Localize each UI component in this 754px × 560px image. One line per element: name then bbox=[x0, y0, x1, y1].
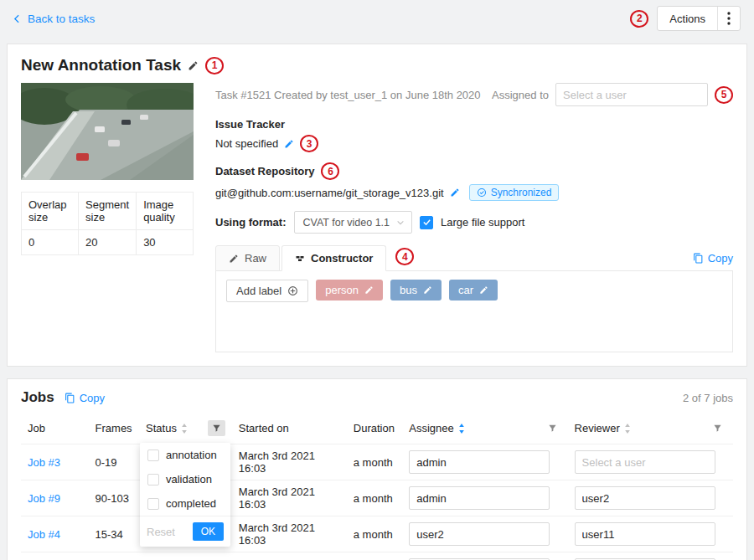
task-preview-image bbox=[21, 83, 194, 180]
tab-constructor-label: Constructor bbox=[311, 252, 373, 265]
issue-tracker-block: Issue Tracker Not specified 3 bbox=[215, 118, 733, 152]
assigned-to-group: Assigned to 5 bbox=[492, 83, 733, 106]
assignee-filter-icon[interactable] bbox=[544, 420, 561, 436]
task-assignee-input[interactable] bbox=[555, 83, 708, 106]
edit-repository-icon[interactable] bbox=[450, 188, 460, 198]
filter-option-label: annotation bbox=[166, 449, 217, 461]
checkbox[interactable] bbox=[147, 498, 159, 510]
filter-option-annotation[interactable]: annotation bbox=[140, 443, 230, 467]
sort-icon[interactable] bbox=[181, 423, 188, 434]
sort-icon[interactable] bbox=[458, 423, 465, 434]
column-header-frames: Frames bbox=[89, 413, 139, 444]
jobs-header: Jobs Copy 2 of 7 jobs bbox=[21, 389, 733, 406]
more-options-icon[interactable] bbox=[718, 12, 740, 25]
callout-1: 1 bbox=[205, 57, 224, 74]
label-chip-bus[interactable]: bus bbox=[390, 280, 442, 301]
job-frames: 75-94 bbox=[89, 552, 139, 560]
assignee-input[interactable] bbox=[409, 450, 550, 474]
task-meta-text: Task #1521 Created by test_user_1 on Jun… bbox=[215, 89, 481, 101]
assignee-input[interactable] bbox=[409, 486, 550, 510]
tab-raw-label: Raw bbox=[245, 252, 266, 265]
callout-6: 6 bbox=[321, 162, 339, 180]
column-header-reviewer: Reviewer bbox=[568, 413, 733, 444]
checkbox[interactable] bbox=[147, 450, 159, 461]
reviewer-filter-icon[interactable] bbox=[709, 420, 726, 436]
sort-icon[interactable] bbox=[624, 423, 631, 434]
page-title: New Annotation Task bbox=[21, 56, 181, 74]
format-select[interactable]: CVAT for video 1.1 bbox=[294, 211, 413, 234]
format-select-value: CVAT for video 1.1 bbox=[303, 217, 390, 229]
param-header-overlap: Overlap size bbox=[22, 193, 79, 230]
jobs-copy-label: Copy bbox=[80, 392, 105, 404]
reviewer-input[interactable] bbox=[575, 486, 715, 510]
sync-status-badge: Synchronized bbox=[469, 184, 560, 201]
pencil-icon bbox=[229, 254, 239, 264]
edit-label-icon[interactable] bbox=[479, 285, 488, 295]
tab-raw[interactable]: Raw bbox=[215, 245, 280, 271]
labels-copy-link[interactable]: Copy bbox=[693, 252, 733, 265]
dataset-repository-label-row: Dataset Repository 6 bbox=[215, 162, 733, 180]
job-started: March 3rd 2021 16:03 bbox=[232, 480, 347, 516]
column-header-duration: Duration bbox=[347, 413, 402, 444]
filter-reset-button[interactable]: Reset bbox=[147, 526, 175, 538]
checkbox[interactable] bbox=[147, 474, 159, 486]
column-header-status: Status bbox=[139, 413, 232, 444]
labels-constructor-area: Add label person bus car bbox=[215, 270, 733, 352]
filter-option-validation[interactable]: validation bbox=[140, 467, 230, 491]
job-frames: 90-103 bbox=[89, 480, 139, 516]
filter-option-completed[interactable]: completed bbox=[140, 491, 230, 516]
callout-2: 2 bbox=[630, 10, 648, 28]
task-title-row: New Annotation Task 1 bbox=[21, 56, 733, 74]
job-row: Job #3 0-19 March 3rd 2021 16:03 a month bbox=[21, 444, 733, 480]
edit-label-icon[interactable] bbox=[423, 285, 432, 295]
using-format-label: Using format: bbox=[215, 216, 287, 229]
actions-area: 2 Actions bbox=[630, 6, 741, 31]
status-filter-icon[interactable] bbox=[208, 420, 225, 436]
back-to-tasks-link[interactable]: Back to tasks bbox=[12, 13, 95, 25]
param-header-quality: Image quality bbox=[137, 193, 194, 230]
edit-title-icon[interactable] bbox=[188, 60, 199, 71]
job-link[interactable]: Job #9 bbox=[28, 492, 60, 505]
tab-constructor[interactable]: Constructor bbox=[281, 245, 386, 271]
chevron-down-icon bbox=[396, 218, 405, 227]
labels-tabs-row: Raw Constructor 4 Copy bbox=[215, 245, 733, 270]
job-duration: a month bbox=[347, 480, 402, 516]
reviewer-input[interactable] bbox=[575, 450, 715, 474]
job-started: March 3rd 2021 16:03 bbox=[232, 516, 347, 552]
label-chip-car-name: car bbox=[458, 284, 473, 296]
column-header-assignee: Assignee bbox=[402, 413, 567, 444]
add-label-button[interactable]: Add label bbox=[226, 280, 308, 302]
large-file-support-checkbox[interactable] bbox=[420, 216, 433, 229]
label-chip-person[interactable]: person bbox=[316, 280, 383, 301]
reviewer-input[interactable] bbox=[575, 522, 715, 546]
filter-ok-button[interactable]: OK bbox=[193, 522, 224, 541]
filter-footer: Reset OK bbox=[140, 516, 230, 547]
filter-option-label: completed bbox=[166, 497, 216, 510]
jobs-copy-link[interactable]: Copy bbox=[65, 392, 105, 404]
assignee-input[interactable] bbox=[409, 522, 550, 546]
labels-copy-label: Copy bbox=[708, 252, 733, 265]
job-link[interactable]: Job #4 bbox=[28, 528, 60, 541]
jobs-header-row: Job Frames Status Started on Duration As… bbox=[21, 413, 733, 444]
actions-button[interactable]: Actions bbox=[657, 6, 741, 31]
copy-icon bbox=[65, 393, 75, 403]
job-link[interactable]: Job #3 bbox=[28, 456, 60, 469]
label-chip-car[interactable]: car bbox=[449, 280, 498, 301]
assignee-column-label: Assignee bbox=[409, 422, 453, 434]
callout-3: 3 bbox=[300, 135, 318, 152]
callout-5: 5 bbox=[715, 86, 733, 104]
callout-4: 4 bbox=[395, 248, 414, 265]
task-meta-row: Task #1521 Created by test_user_1 on Jun… bbox=[215, 83, 733, 106]
jobs-table: Job Frames Status Started on Duration As… bbox=[21, 413, 733, 560]
dataset-repository-value-row: git@github.com:username/git_storage_v123… bbox=[215, 184, 733, 201]
edit-issue-tracker-icon[interactable] bbox=[284, 139, 294, 149]
job-started: March 3rd 2021 16:03 bbox=[232, 552, 347, 560]
format-row: Using format: CVAT for video 1.1 Large f… bbox=[215, 211, 733, 234]
dataset-repository-label: Dataset Repository bbox=[215, 165, 314, 177]
param-header-segment: Segment size bbox=[79, 193, 137, 230]
reviewer-column-label: Reviewer bbox=[575, 422, 620, 434]
edit-label-icon[interactable] bbox=[364, 285, 374, 295]
add-label-button-label: Add label bbox=[236, 285, 281, 297]
issue-tracker-value: Not specified bbox=[215, 137, 278, 150]
job-frames: 0-19 bbox=[89, 444, 139, 480]
